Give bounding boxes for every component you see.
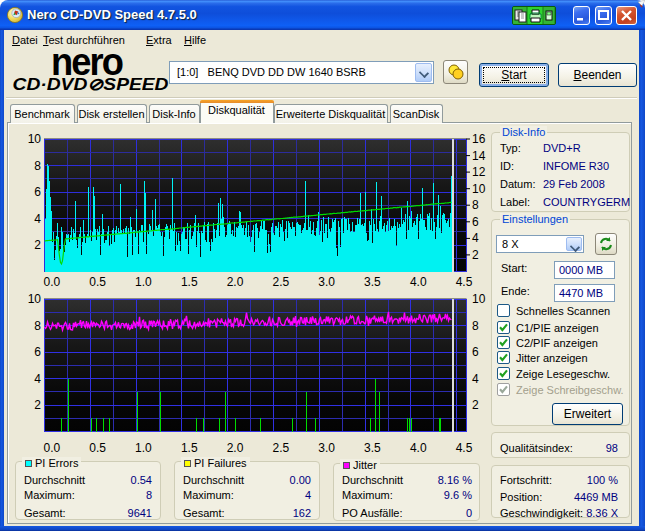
- svg-text:2: 2: [472, 398, 479, 412]
- svg-text:14: 14: [472, 149, 486, 163]
- svg-text:4: 4: [472, 372, 479, 386]
- svg-text:8: 8: [472, 198, 479, 212]
- svg-text:6: 6: [472, 345, 479, 359]
- svg-text:2: 2: [472, 248, 479, 262]
- svg-text:0.0: 0.0: [44, 441, 61, 455]
- svg-text:4: 4: [34, 372, 41, 386]
- svg-text:10: 10: [472, 182, 486, 196]
- svg-text:0.5: 0.5: [89, 441, 106, 455]
- svg-text:2.5: 2.5: [273, 441, 290, 455]
- svg-text:1.0: 1.0: [135, 275, 152, 289]
- svg-text:3.5: 3.5: [364, 441, 381, 455]
- svg-text:1.5: 1.5: [181, 441, 198, 455]
- svg-text:8: 8: [34, 159, 41, 173]
- svg-text:6: 6: [34, 185, 41, 199]
- svg-text:3.5: 3.5: [364, 275, 381, 289]
- svg-text:4.5: 4.5: [456, 275, 473, 289]
- svg-text:4.0: 4.0: [410, 441, 427, 455]
- svg-text:1.0: 1.0: [135, 441, 152, 455]
- svg-text:2.0: 2.0: [227, 441, 244, 455]
- svg-text:4.0: 4.0: [410, 275, 427, 289]
- svg-text:10: 10: [28, 132, 42, 146]
- svg-text:2: 2: [34, 398, 41, 412]
- svg-text:10: 10: [28, 292, 42, 306]
- svg-text:4: 4: [472, 231, 479, 245]
- svg-text:0.5: 0.5: [89, 275, 106, 289]
- svg-text:6: 6: [472, 215, 479, 229]
- svg-text:16: 16: [472, 132, 486, 146]
- svg-text:6: 6: [34, 345, 41, 359]
- svg-text:4.5: 4.5: [456, 441, 473, 455]
- svg-text:10: 10: [472, 292, 486, 306]
- svg-text:0.0: 0.0: [44, 275, 61, 289]
- svg-text:4: 4: [34, 212, 41, 226]
- svg-text:2: 2: [34, 238, 41, 252]
- svg-text:8: 8: [472, 319, 479, 333]
- svg-text:2.5: 2.5: [273, 275, 290, 289]
- svg-text:12: 12: [472, 165, 486, 179]
- svg-text:3.0: 3.0: [318, 275, 335, 289]
- svg-text:1.5: 1.5: [181, 275, 198, 289]
- svg-text:2.0: 2.0: [227, 275, 244, 289]
- svg-text:3.0: 3.0: [318, 441, 335, 455]
- svg-text:8: 8: [34, 319, 41, 333]
